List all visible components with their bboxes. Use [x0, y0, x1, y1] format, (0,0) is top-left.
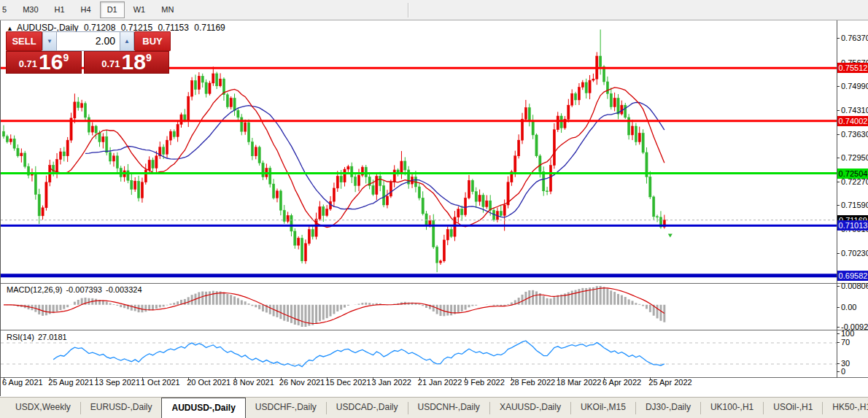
toolbar-separator — [408, 3, 409, 18]
price-tick-label: 0.73630 — [841, 130, 868, 139]
price-badge: 0.74002 — [837, 116, 868, 126]
tab-uk100-h1[interactable]: UK100-,H1 — [701, 398, 763, 418]
date-label: 21 Jan 2022 — [418, 378, 462, 387]
timeframe-d1[interactable]: D1 — [100, 1, 125, 18]
price-tick-dash — [837, 205, 840, 206]
timeframe-m30[interactable]: M30 — [15, 1, 45, 18]
chart-tabs: USDX,WeeklyEURUSD-,DailyAUDUSD-,DailyUSD… — [6, 398, 868, 418]
macd-rsi-divider — [1, 330, 868, 330]
price-badge: 0.71013 — [837, 220, 868, 231]
tab-usoil-h1[interactable]: USOil-,H1 — [764, 398, 822, 418]
price-tick-dash — [837, 38, 840, 39]
price-tick-dash — [837, 134, 840, 135]
timeframe-mn[interactable]: MN — [154, 1, 181, 18]
macd-name: MACD(12,26,9) — [7, 285, 62, 294]
rsi-axis-label: 70 — [841, 338, 850, 347]
volume-increase-icon[interactable]: ▲ — [120, 32, 133, 50]
volume-input[interactable]: 2.00 — [57, 32, 120, 50]
rsi-tick-dash — [837, 363, 840, 364]
price-tick-dash — [837, 253, 840, 254]
buy-price-big: 18 — [122, 53, 146, 71]
tab-eurusd-daily[interactable]: EURUSD-,Daily — [81, 398, 162, 418]
price-tick-dash — [837, 110, 840, 111]
sell-price-big: 16 — [39, 53, 63, 71]
macd-tick-dash — [837, 307, 840, 308]
buy-price-tile[interactable]: 0.71189 — [84, 51, 169, 74]
main-macd-divider — [1, 283, 868, 284]
rsi-value: 27.0181 — [38, 333, 67, 341]
price-tick-label: 0.70230 — [841, 249, 868, 258]
price-level-lines — [1, 68, 837, 276]
price-tick-dash — [837, 182, 840, 182]
sell-price-prefix: 0.71 — [19, 57, 37, 71]
date-label: 25 Apr 2022 — [648, 378, 691, 387]
price-tick-label: 0.72270 — [841, 177, 868, 186]
date-label: 20 Oct 2021 — [187, 378, 230, 387]
date-label: 25 Aug 2021 — [48, 378, 93, 387]
date-label: 6 Apr 2022 — [602, 378, 641, 387]
date-label: 1 Oct 2021 — [141, 378, 180, 387]
macd-tick-dash — [837, 327, 840, 328]
sell-price-pip: 9 — [63, 52, 69, 63]
date-label: 8 Nov 2021 — [233, 378, 274, 387]
rsi-axis-label: 100 — [841, 329, 854, 338]
date-label: 6 Aug 2021 — [2, 378, 43, 387]
tab-ukoil-m15[interactable]: UKOil-,M15 — [571, 398, 635, 418]
macd-axis-label: 0.00 — [841, 303, 856, 311]
price-tick-dash — [837, 86, 840, 87]
tab-usdcnh-daily[interactable]: USDCNH-,Daily — [408, 398, 489, 418]
date-label: 9 Feb 2022 — [464, 378, 505, 387]
price-tick-dash — [837, 158, 840, 158]
trading-terminal-window: 5M30H1H4D1W1MN ▲AUDUSD-,Daily 0.71208 0.… — [0, 0, 868, 418]
tab-usdx-weekly[interactable]: USDX,Weekly — [6, 398, 80, 418]
price-badge: 0.75512 — [837, 63, 868, 73]
moving-averages — [50, 88, 664, 228]
price-tick-label: 0.76370 — [841, 34, 868, 42]
rsi-axis-label: 0 — [841, 367, 845, 376]
tab-hk50-h1[interactable]: HK50-,H1 — [823, 398, 868, 418]
price-tick-label: 0.71590 — [841, 201, 868, 209]
rsi-name: RSI(14) — [7, 333, 34, 341]
price-axis-separator — [837, 20, 837, 378]
timeframe-5[interactable]: 5 — [0, 1, 14, 18]
rsi-tick-dash — [837, 342, 840, 343]
price-badge: 0.72504 — [837, 169, 868, 179]
date-label: 28 Feb 2022 — [510, 378, 555, 387]
price-tick-label: 0.74310 — [841, 106, 868, 115]
sell-button[interactable]: SELL — [6, 31, 42, 51]
volume-stepper: ▼ 2.00 ▲ — [42, 31, 134, 51]
date-label: 15 Dec 2021 — [325, 378, 371, 387]
timeframe-h1[interactable]: H1 — [47, 1, 72, 18]
rsi-chart[interactable] — [1, 330, 837, 377]
macd-main-value: -0.007393 — [66, 285, 102, 294]
buy-price-pip: 9 — [146, 52, 152, 63]
chart-area: ▲AUDUSD-,Daily 0.71208 0.71215 0.71153 0… — [0, 20, 868, 396]
sell-price-tile[interactable]: 0.71169 — [6, 51, 82, 74]
date-label: 13 Sep 2021 — [95, 378, 140, 387]
tab-dj30-daily[interactable]: DJ30-,Daily — [636, 398, 700, 418]
price-tick-label: 0.74990 — [841, 82, 868, 90]
rsi-label: RSI(14)27.0181 — [7, 333, 71, 341]
timeframe-buttons: 5M30H1H4D1W1MN — [0, 1, 182, 18]
buy-price-prefix: 0.71 — [101, 57, 120, 71]
tab-usdchf-daily[interactable]: USDCHF-,Daily — [246, 398, 326, 418]
tab-usdcad-daily[interactable]: USDCAD-,Daily — [327, 398, 408, 418]
timeframe-toolbar: 5M30H1H4D1W1MN — [0, 0, 868, 20]
date-label: 26 Nov 2021 — [279, 378, 325, 387]
macd-label: MACD(12,26,9)-0.007393-0.003324 — [7, 285, 146, 294]
rsi-tick-dash — [837, 371, 840, 372]
macd-signal-value: -0.003324 — [106, 285, 142, 294]
chart-tab-bar: USDX,WeeklyEURUSD-,DailyAUDUSD-,DailyUSD… — [0, 397, 868, 418]
ohlc-close: 0.71169 — [194, 23, 225, 33]
buy-button[interactable]: BUY — [134, 31, 171, 51]
rsi-tick-dash — [837, 333, 840, 334]
timeframe-h4[interactable]: H4 — [74, 1, 98, 18]
macd-axis-label: 0.008061 — [841, 282, 868, 290]
tab-xauusd-daily[interactable]: XAUUSD-,Daily — [490, 398, 570, 418]
macd-tick-dash — [837, 286, 840, 287]
one-click-trading-panel: SELL ▼ 2.00 ▲ BUY 0.71169 0.71189 — [6, 31, 169, 93]
volume-decrease-icon[interactable]: ▼ — [43, 32, 57, 50]
date-label: 3 Jan 2022 — [371, 378, 411, 387]
timeframe-w1[interactable]: W1 — [126, 1, 153, 18]
tab-audusd-daily[interactable]: AUDUSD-,Daily — [161, 398, 245, 418]
